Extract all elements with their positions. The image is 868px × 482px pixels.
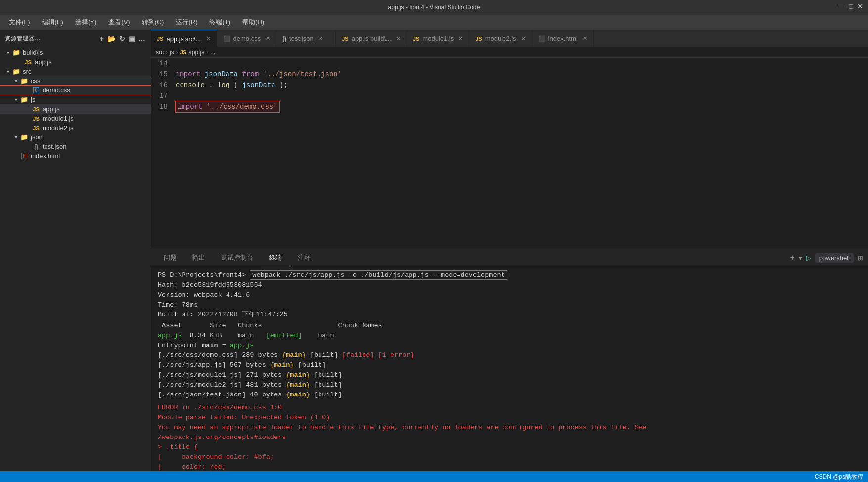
menu-file[interactable]: 文件(F) xyxy=(4,16,35,29)
css-icon-democss: 🄲 xyxy=(32,87,41,94)
tab-close-democss[interactable]: ✕ xyxy=(266,35,270,42)
html-icon-indexhtml: 🄷 xyxy=(20,153,29,160)
tree-item-module1js[interactable]: JS module1.js xyxy=(0,114,151,123)
tab-icon-js-build: JS xyxy=(342,36,348,42)
breadcrumb-appjs[interactable]: app.js xyxy=(188,49,204,56)
tab-appjs-build[interactable]: JS app.js build\... ✕ xyxy=(336,30,407,47)
menu-run[interactable]: 运行(R) xyxy=(171,16,202,29)
terminal-tab-debug[interactable]: 调试控制台 xyxy=(213,249,261,266)
term-asset-name: main xyxy=(306,332,334,339)
titlebar-controls: — □ ✕ xyxy=(838,2,863,10)
terminal-panel: 问题 输出 调试控制台 终端 注释 + ▾ ▷ powershell ⊞ PS … xyxy=(151,249,868,471)
term-module-main-5: {main} xyxy=(286,391,310,398)
tab-close-testjson[interactable]: ✕ xyxy=(319,35,323,42)
new-folder-icon[interactable]: 📂 xyxy=(107,35,116,43)
breadcrumb-js[interactable]: js xyxy=(170,49,174,56)
tree-item-module2js[interactable]: JS module2.js xyxy=(0,123,151,132)
terminal-tabs: 问题 输出 调试控制台 终端 注释 + ▾ ▷ powershell ⊞ xyxy=(151,249,868,266)
titlebar: app.js - front4 - Visual Studio Code — □… xyxy=(0,0,868,15)
tree-item-build-appjs[interactable]: JS app.js xyxy=(0,57,151,67)
terminal-tab-comments[interactable]: 注释 xyxy=(290,249,319,266)
tab-testjson[interactable]: {} test.json ✕ xyxy=(276,30,336,47)
breadcrumb-js-icon: JS xyxy=(180,49,186,55)
folder-icon-css: 📁 xyxy=(20,77,29,85)
tree-label-build-appjs: app.js xyxy=(35,58,52,66)
term-version: Version: webpack 4.41.6 xyxy=(158,290,861,300)
tab-close-appjs-build[interactable]: ✕ xyxy=(396,35,401,42)
breadcrumb-dots[interactable]: ... xyxy=(210,49,215,56)
plain-paren: ( xyxy=(234,81,238,89)
tree-arrow-build: ▾ xyxy=(4,50,12,55)
tab-close-appjs[interactable]: ✕ xyxy=(206,36,211,42)
tabbar: JS app.js src\... ✕ ⬛ demo.css ✕ {} test… xyxy=(151,30,868,47)
terminal-tab-problems[interactable]: 问题 xyxy=(156,249,184,266)
tab-icon-html-index: ⬛ xyxy=(538,35,546,42)
menu-edit[interactable]: 编辑(E) xyxy=(37,16,68,29)
var-jsondata2: jsonData xyxy=(242,81,275,89)
new-file-icon[interactable]: + xyxy=(100,35,104,43)
more-icon[interactable]: … xyxy=(138,35,146,43)
tree-item-src-appjs[interactable]: JS app.js xyxy=(0,104,151,114)
tree-item-indexhtml[interactable]: 🄷 index.html xyxy=(0,151,151,161)
menu-goto[interactable]: 转到(G) xyxy=(137,16,169,29)
tree-item-testjson[interactable]: {} test.json xyxy=(0,142,151,151)
sidebar-title: 资源管理器... xyxy=(5,35,41,42)
tab-democss[interactable]: ⬛ demo.css ✕ xyxy=(217,30,277,47)
menu-select[interactable]: 选择(Y) xyxy=(70,16,101,29)
tab-module1js[interactable]: JS module1.js ✕ xyxy=(407,30,469,47)
breadcrumb-sep3: › xyxy=(206,49,208,56)
tree-arrow-js: ▾ xyxy=(12,97,20,102)
term-asset-row: app.js 8.34 KiB main [emitted] main xyxy=(158,331,861,341)
menu-view[interactable]: 查看(V) xyxy=(103,16,135,29)
term-module-main-2: {main} xyxy=(270,361,294,369)
tab-close-module2[interactable]: ✕ xyxy=(521,35,526,42)
js-icon-src-appjs: JS xyxy=(32,106,41,112)
tree-arrow-css: ▾ xyxy=(12,78,20,84)
term-version-text: Version: webpack 4.41.6 xyxy=(158,291,250,299)
terminal-dropdown-icon[interactable]: ▾ xyxy=(799,254,802,262)
tree-item-democss[interactable]: 🄲 demo.css xyxy=(0,86,151,95)
tab-module2js[interactable]: JS module2.js ✕ xyxy=(469,30,532,47)
menu-help[interactable]: 帮助(H) xyxy=(237,16,269,29)
code-line-16: 16 console . log ( jsonData ); xyxy=(151,80,868,90)
breadcrumb-src[interactable]: src xyxy=(156,49,164,56)
line-content-15: import jsonData from '../json/test.json' xyxy=(176,69,868,80)
main-layout: 资源管理器... + 📂 ↻ ▣ … ▾ 📁 build\js JS xyxy=(0,30,868,471)
collapse-icon[interactable]: ▣ xyxy=(129,35,136,43)
func-console: console xyxy=(176,81,205,89)
tree-item-build-folder[interactable]: ▾ 📁 build\js xyxy=(0,48,151,57)
tab-label-testjson: test.json xyxy=(289,35,313,42)
tree-item-json-folder[interactable]: ▾ 📁 json xyxy=(0,132,151,142)
menu-terminal[interactable]: 终端(T) xyxy=(204,16,235,29)
term-module-testjson-status: [built] xyxy=(314,391,342,398)
maximize-icon[interactable]: □ xyxy=(849,2,853,10)
tab-indexhtml[interactable]: ⬛ index.html ✕ xyxy=(532,30,594,47)
terminal-shell-label[interactable]: powershell xyxy=(815,253,854,263)
tab-appjs[interactable]: JS app.js src\... ✕ xyxy=(151,30,217,47)
refresh-icon[interactable]: ↻ xyxy=(119,35,126,43)
close-icon[interactable]: ✕ xyxy=(857,2,863,10)
tree-label-democss: demo.css xyxy=(43,87,70,94)
terminal-tab-terminal[interactable]: 终端 xyxy=(261,249,290,266)
term-module-democss-path: [./src/css/demo.css] 289 bytes xyxy=(158,351,282,359)
tab-icon-json-testjson: {} xyxy=(282,35,286,42)
tree-arrow-src: ▾ xyxy=(4,69,12,74)
terminal-body: PS D:\Projects\front4> webpack ./src/js/… xyxy=(151,266,868,471)
tab-close-indexhtml[interactable]: ✕ xyxy=(583,35,587,42)
term-time: Time: 78ms xyxy=(158,300,861,310)
terminal-tab-output[interactable]: 输出 xyxy=(184,249,213,266)
terminal-layout-icon[interactable]: ⊞ xyxy=(858,254,863,262)
tree-item-css-folder[interactable]: ▾ 📁 css xyxy=(0,76,151,86)
sidebar-header-icons: + 📂 ↻ ▣ … xyxy=(100,35,146,43)
tab-label-indexhtml: index.html xyxy=(548,35,578,42)
tree-item-src-folder[interactable]: ▾ 📁 src xyxy=(0,67,151,76)
term-builtat: Built at: 2022/12/08 下午11:47:25 xyxy=(158,310,861,320)
terminal-run-icon[interactable]: ▷ xyxy=(806,254,811,262)
tree-item-js-folder[interactable]: ▾ 📁 js xyxy=(0,95,151,104)
term-hash-text: Hash: b2ce5319fdd553081554 xyxy=(158,281,262,289)
term-module-appjs: [./src/js/app.js] 567 bytes {main} [buil… xyxy=(158,360,861,370)
tree-label-indexhtml: index.html xyxy=(31,152,60,160)
terminal-add-icon[interactable]: + xyxy=(790,253,795,262)
minimize-icon[interactable]: — xyxy=(838,2,845,10)
tab-close-module1[interactable]: ✕ xyxy=(458,35,463,42)
